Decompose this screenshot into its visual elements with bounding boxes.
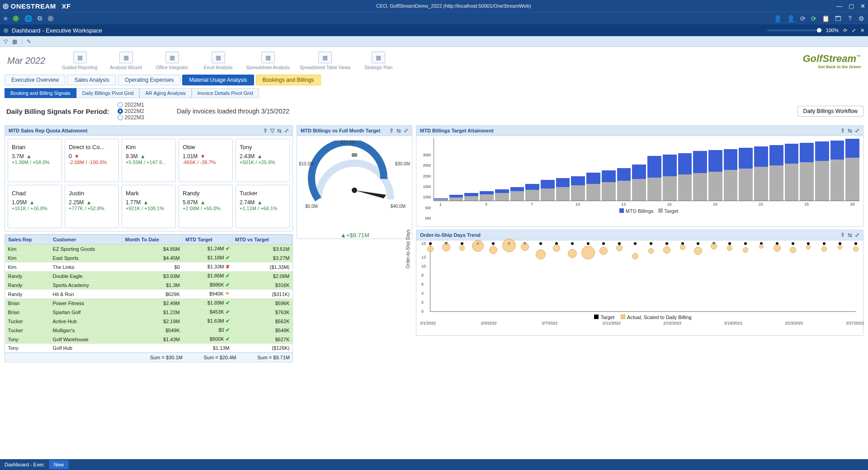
table-row[interactable]: TuckerActive Hub$2.19M$1.63M ✔$562K <box>5 317 292 326</box>
toolbar-item[interactable]: ▦Strategic Plan <box>360 52 396 70</box>
table-row[interactable]: RandySports Academy$1.3M$986K ✔$316K <box>5 281 292 290</box>
kpi-card[interactable]: Randy5.87M +2.08M / +55.0% <box>179 185 233 228</box>
target-dot <box>697 242 699 245</box>
table-row[interactable]: KimEZ Sporting Goods$4.85M$1.24M ✔$3.61M <box>5 244 292 254</box>
export-icon[interactable]: ⇪ <box>263 127 268 134</box>
period-radio[interactable]: 2022M3 <box>118 114 144 121</box>
kpi-card[interactable]: Direct to Co...0 -2.08M / -100.0% <box>65 139 119 182</box>
period-radio[interactable]: 2022M1 <box>118 102 144 108</box>
toolbar-item[interactable]: ▦Spreadsheet Analysis <box>246 52 290 70</box>
period-radio[interactable]: 2022M2 <box>118 108 144 114</box>
filter-icon[interactable]: ▽ <box>4 38 8 45</box>
signal-label: Daily Billing Signals For Period: <box>6 108 109 115</box>
toolbar-item[interactable]: ▦Analysis Wizard <box>108 52 144 70</box>
table-row[interactable]: TonyGolf Warehouse$1.43M$800K ✔$627K <box>5 335 292 344</box>
user-alert-icon[interactable]: 👤 <box>787 15 795 22</box>
copy-icon[interactable]: ⧉ <box>38 14 42 22</box>
export-icon[interactable]: ⇪ <box>840 127 845 134</box>
table-row[interactable]: TonyGolf Hub$1.13M ($126K) <box>5 344 292 352</box>
kpi-card[interactable]: Tony2.43M +501K / +25.9% <box>236 139 290 182</box>
kpi-value: 1.01M <box>183 153 229 160</box>
actual-dot <box>853 246 859 252</box>
tool-icon: ▦ <box>119 52 133 63</box>
grid-icon[interactable]: ▦ <box>12 38 17 45</box>
edit-icon[interactable]: ✎ <box>27 38 31 45</box>
toolbar-item[interactable]: ▦Spreadsheet Table Views <box>300 52 351 70</box>
window-icon[interactable]: 🗔 <box>835 15 841 22</box>
kpi-card[interactable]: Brian3.7M +1.36M / +58.0% <box>8 139 62 182</box>
flag-icon: ⚑ <box>225 291 230 296</box>
kpi-card[interactable]: Justin2.25M +777K / +52.8% <box>65 185 119 228</box>
main-tab[interactable]: Operating Expenses <box>118 75 181 85</box>
options-icon[interactable]: ⇆ <box>396 127 401 134</box>
col-header[interactable]: Sales Rep <box>5 235 50 244</box>
kpi-card[interactable]: Mark1.77M +921K / +108.1% <box>122 185 176 228</box>
filter-panel-icon[interactable]: ▽ <box>270 127 274 134</box>
kpi-value: 1.77M <box>126 199 172 206</box>
kpi-name: Obie <box>183 144 229 150</box>
kpi-card[interactable]: Tucker2.74M +1.11M / +68.1% <box>236 185 290 228</box>
kpi-name: Tucker <box>240 190 286 197</box>
toolbar-item[interactable]: ▦Office Integrator <box>154 52 190 70</box>
close-panel-icon[interactable]: ✕ <box>860 28 864 33</box>
col-header[interactable]: MTD vs Target <box>232 235 292 244</box>
kpi-card[interactable]: Obie1.01M -665K / -39.7% <box>179 139 233 182</box>
export-icon[interactable]: ⇪ <box>840 232 845 238</box>
status-dot-green[interactable] <box>13 15 19 22</box>
kpi-card[interactable]: Kim9.3M +5.55M / +147.9... <box>122 139 176 182</box>
maximize-icon[interactable]: ▢ <box>849 3 854 9</box>
zoom-slider[interactable] <box>767 29 821 31</box>
col-header[interactable]: MTD Target <box>183 235 232 244</box>
tool-icon: ▦ <box>212 52 225 63</box>
expand-icon[interactable]: ⤢ <box>404 127 408 134</box>
tool-label: Guided Reporting <box>62 65 97 70</box>
main-tab[interactable]: Material Usage Analysis <box>182 75 254 85</box>
table-row[interactable]: RandyDouble Eagle$3.93M$1.86M ✔$2.08M <box>5 272 292 281</box>
actual-dot <box>806 245 811 249</box>
sub-tab[interactable]: Daily Billings Pivot Grid <box>76 88 140 98</box>
clipboard-icon[interactable]: 📋 <box>822 15 830 22</box>
options-icon[interactable]: ⇆ <box>277 127 282 134</box>
expand-icon[interactable]: ⤢ <box>284 127 289 134</box>
main-tab[interactable]: Bookings and Billings <box>256 75 321 85</box>
main-tab[interactable]: Executive Overview <box>5 75 66 85</box>
options-icon[interactable]: ⇆ <box>848 232 852 238</box>
status-dot-gray[interactable] <box>47 15 54 22</box>
table-row[interactable]: KimEast Sports$4.45M$1.18M ✔$3.27M <box>5 254 292 263</box>
user-icon[interactable]: 👤 <box>774 15 782 22</box>
actual-dot <box>648 248 654 254</box>
sub-tab[interactable]: AR Aging Analysis <box>139 88 191 98</box>
table-row[interactable]: BrianSpartan Golf$1.22M$453K ✔$763K <box>5 308 292 317</box>
expand-icon[interactable]: ⤢ <box>855 127 859 134</box>
help-icon[interactable]: ？ <box>847 14 853 23</box>
reload-icon[interactable]: ⟳ <box>843 28 847 33</box>
sub-tab[interactable]: Invoice Details Pivot Grid <box>192 88 259 98</box>
table-row[interactable]: BrianPower Fitness$2.49M$1.89M ✔$596K <box>5 299 292 308</box>
export-icon[interactable]: ⇪ <box>389 127 394 134</box>
toolbar-item[interactable]: ▦Guided Reporting <box>62 52 98 70</box>
close-icon[interactable]: ✕ <box>860 3 865 9</box>
kpi-delta: +1.36M / +58.0% <box>12 160 58 165</box>
globe-icon[interactable]: 🌐 <box>24 15 32 22</box>
table-row[interactable]: KimThe Links$0$1.33M ✘($1.33M) <box>5 263 292 272</box>
col-header[interactable]: Month To Date <box>122 235 183 244</box>
toolbar-item[interactable]: ▦Excel Analysis <box>200 52 236 70</box>
menu-icon[interactable]: ≡ <box>4 15 7 22</box>
minimize-icon[interactable]: — <box>836 3 842 9</box>
popout-icon[interactable]: ⤢ <box>852 28 856 33</box>
kpi-value: 0 <box>69 153 115 160</box>
refresh-icon[interactable]: ⟳ <box>811 15 816 22</box>
main-tab[interactable]: Sales Analysis <box>67 75 116 85</box>
table-row[interactable]: RandyHit & Run$629K$940K ⚑($311K) <box>5 290 292 299</box>
sub-tab[interactable]: Booking and Billing Signals <box>5 88 76 98</box>
expand-icon[interactable]: ⤢ <box>855 232 859 238</box>
options-icon[interactable]: ⇆ <box>848 127 852 134</box>
workflow-button[interactable]: Daily Billings Workflow <box>797 106 863 117</box>
app-logo: ◎ ONESTREAM XF <box>3 2 71 10</box>
actual-dot <box>553 244 560 252</box>
settings-icon[interactable]: ⚙ <box>859 15 864 22</box>
sync-icon[interactable]: ⟳ <box>800 15 806 22</box>
col-header[interactable]: Customer <box>50 235 122 244</box>
table-row[interactable]: TuckerMulligan's$549K$0 ✔$549K <box>5 326 292 335</box>
kpi-card[interactable]: Chad1.05M +151K / +16.8% <box>8 185 62 228</box>
